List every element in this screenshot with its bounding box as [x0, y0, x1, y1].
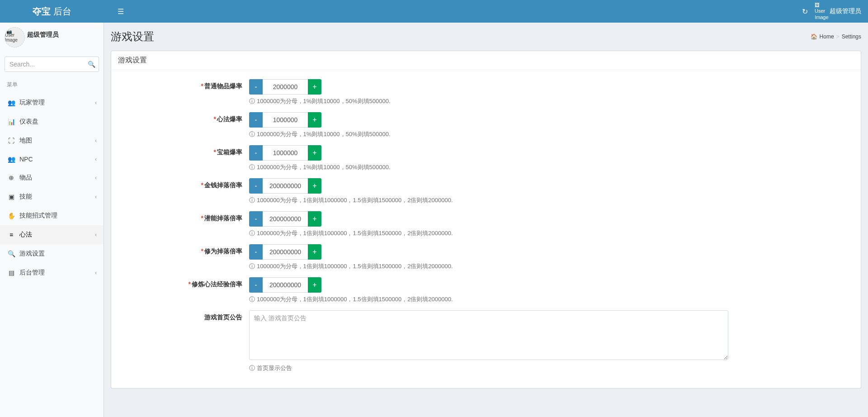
decrement-button[interactable]: - — [249, 277, 263, 293]
sidebar-item-label: 物品 — [19, 174, 32, 182]
field-label: *修为掉落倍率 — [118, 244, 249, 270]
number-input[interactable] — [263, 211, 308, 227]
decrement-button[interactable]: - — [249, 178, 263, 194]
sidebar-item-7[interactable]: ≡心法‹ — [0, 225, 104, 244]
sidebar-item-0[interactable]: 👥玩家管理‹ — [0, 93, 104, 112]
chevron-left-icon: ‹ — [95, 270, 97, 276]
chevron-left-icon: ‹ — [95, 232, 97, 238]
field-label: *宝箱爆率 — [118, 145, 249, 171]
announcement-label: 游戏首页公告 — [118, 310, 249, 372]
increment-button[interactable]: + — [308, 79, 321, 95]
breadcrumb-home[interactable]: Home — [820, 33, 834, 40]
sidebar-item-icon: 📊 — [7, 118, 16, 125]
field-label: *修炼心法经验倍率 — [118, 277, 249, 303]
help-text: 1000000为分母，1倍则填1000000，1.5倍则填1500000，2倍则… — [257, 196, 453, 204]
refresh-icon[interactable]: ↻ — [802, 7, 808, 16]
number-input[interactable] — [263, 178, 308, 194]
increment-button[interactable]: + — [308, 277, 321, 293]
number-input-group: -+ — [249, 178, 728, 194]
sidebar-item-5[interactable]: ▣技能‹ — [0, 187, 104, 206]
sidebar-item-label: 技能 — [19, 193, 32, 201]
sidebar-item-label: 地图 — [19, 137, 32, 145]
user-panel-avatar: User Image — [5, 27, 25, 47]
breadcrumb-separator: > — [836, 33, 840, 40]
help-text: 1000000为分母，1%则填10000，50%则填500000. — [257, 97, 391, 105]
sidebar-item-icon: ✋ — [7, 212, 16, 219]
number-input[interactable] — [263, 112, 308, 128]
announcement-help: ⓘ 首页显示公告 — [249, 364, 728, 372]
increment-button[interactable]: + — [308, 244, 321, 260]
sidebar-item-4[interactable]: ⊕物品‹ — [0, 168, 104, 187]
decrement-button[interactable]: - — [249, 145, 263, 161]
breadcrumb-current: Settings — [842, 33, 861, 40]
field-label-text: 普通物品爆率 — [204, 82, 242, 90]
user-menu[interactable]: 🖼 User Image 超级管理员 — [815, 2, 861, 20]
logo[interactable]: 夺宝 后台 — [0, 0, 104, 23]
field-label-text: 修为掉落倍率 — [204, 247, 242, 255]
increment-button[interactable]: + — [308, 112, 321, 128]
number-input[interactable] — [263, 79, 308, 95]
required-mark: * — [189, 280, 191, 288]
header-username: 超级管理员 — [830, 7, 861, 15]
info-icon: ⓘ — [249, 196, 255, 204]
help-text: 1000000为分母，1%则填10000，50%则填500000. — [257, 130, 391, 138]
user-image-icon: 🖼 User Image — [815, 2, 826, 20]
field-col: -+ⓘ1000000为分母，1倍则填1000000，1.5倍则填1500000，… — [249, 211, 728, 237]
sidebar-item-1[interactable]: 📊仪表盘 — [0, 112, 104, 131]
number-input-group: -+ — [249, 277, 728, 293]
info-icon: ⓘ — [249, 97, 255, 105]
sidebar-item-3[interactable]: 👥NPC‹ — [0, 150, 104, 168]
sidebar-toggle-icon[interactable]: ☰ — [111, 0, 131, 23]
sidebar-item-icon: ▤ — [7, 269, 16, 276]
chevron-left-icon: ‹ — [95, 156, 97, 162]
required-mark: * — [201, 247, 203, 255]
sidebar-item-icon: ⊕ — [7, 174, 16, 181]
number-input[interactable] — [263, 277, 308, 293]
announcement-textarea[interactable] — [249, 310, 728, 360]
number-input-group: -+ — [249, 211, 728, 227]
required-mark: * — [201, 82, 203, 90]
increment-button[interactable]: + — [308, 178, 321, 194]
increment-button[interactable]: + — [308, 211, 321, 227]
help-text: 1000000为分母，1倍则填1000000，1.5倍则填1500000，2倍则… — [257, 262, 453, 270]
decrement-button[interactable]: - — [249, 244, 263, 260]
decrement-button[interactable]: - — [249, 79, 263, 95]
chevron-left-icon: ‹ — [95, 100, 97, 106]
content: 游戏设置 *普通物品爆率-+ⓘ1000000为分母，1%则填10000，50%则… — [104, 44, 868, 395]
decrement-button[interactable]: - — [249, 211, 263, 227]
sidebar-item-icon: 👥 — [7, 99, 16, 106]
field-label-text: 心法爆率 — [217, 115, 242, 123]
logo-bold: 夺宝 — [33, 6, 51, 16]
help-block: ⓘ1000000为分母，1倍则填1000000，1.5倍则填1500000，2倍… — [249, 229, 728, 237]
box-title: 游戏设置 — [111, 51, 861, 70]
help-block: ⓘ1000000为分母，1倍则填1000000，1.5倍则填1500000，2倍… — [249, 295, 728, 303]
chevron-left-icon: ‹ — [95, 137, 97, 144]
help-block: ⓘ1000000为分母，1%则填10000，50%则填500000. — [249, 130, 728, 138]
number-input-group: -+ — [249, 79, 728, 95]
search-button[interactable]: 🔍 — [84, 57, 99, 72]
sidebar-item-9[interactable]: ▤后台管理‹ — [0, 263, 104, 282]
form-group-2: *宝箱爆率-+ⓘ1000000为分母，1%则填10000，50%则填500000… — [118, 145, 854, 171]
sidebar-item-8[interactable]: 🔍游戏设置 — [0, 244, 104, 263]
number-input[interactable] — [263, 145, 308, 161]
info-icon: ⓘ — [249, 229, 255, 237]
increment-button[interactable]: + — [308, 145, 321, 161]
sidebar-item-label: 后台管理 — [19, 269, 45, 277]
number-input[interactable] — [263, 244, 308, 260]
decrement-button[interactable]: - — [249, 112, 263, 128]
help-block: ⓘ1000000为分母，1倍则填1000000，1.5倍则填1500000，2倍… — [249, 262, 728, 270]
form-group-1: *心法爆率-+ⓘ1000000为分母，1%则填10000，50%则填500000… — [118, 112, 854, 138]
sidebar-item-2[interactable]: ⛶地图‹ — [0, 131, 104, 150]
info-icon: ⓘ — [249, 295, 255, 303]
content-header: 游戏设置 🏠 Home > Settings — [104, 23, 868, 44]
form-group-5: *修为掉落倍率-+ⓘ1000000为分母，1倍则填1000000，1.5倍则填1… — [118, 244, 854, 270]
logo-light: 后台 — [51, 6, 71, 16]
sidebar-item-6[interactable]: ✋技能招式管理 — [0, 206, 104, 225]
sidebar-item-label: 心法 — [19, 231, 32, 239]
field-col: -+ⓘ1000000为分母，1倍则填1000000，1.5倍则填1500000，… — [249, 277, 728, 303]
sidebar-item-icon: 👥 — [7, 156, 16, 163]
field-col: -+ⓘ1000000为分母，1%则填10000，50%则填500000. — [249, 79, 728, 105]
main-sidebar: User Image 超级管理员 🔍 菜单 👥玩家管理‹📊仪表盘⛶地图‹👥NPC… — [0, 23, 104, 417]
form-group-6: *修炼心法经验倍率-+ⓘ1000000为分母，1倍则填1000000，1.5倍则… — [118, 277, 854, 303]
field-label: *心法爆率 — [118, 112, 249, 138]
